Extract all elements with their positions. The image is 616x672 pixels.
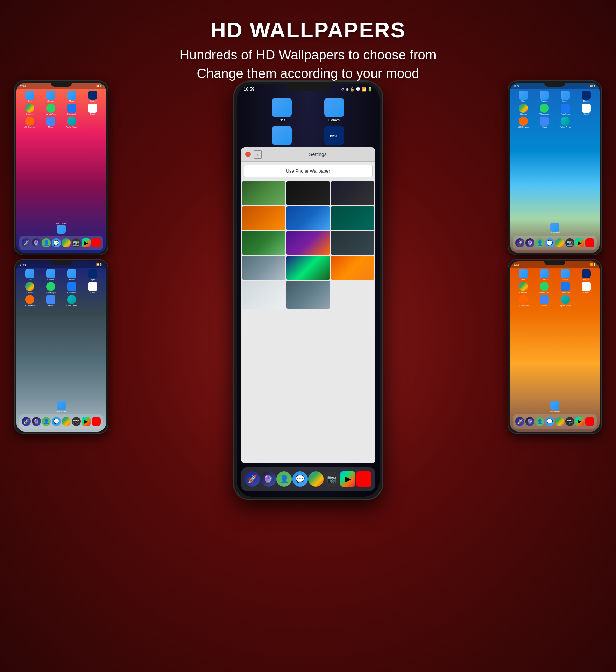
phone-dock: 🚀 🔮 👤 💬 📷 ▶ <box>513 414 597 429</box>
settings-panel: ‹ Settings Use Phone Wallpaper <box>241 147 375 463</box>
app-grid: Pics Games Music Paytm Chrome WhatsApp F… <box>16 268 106 308</box>
list-item: Facebook <box>62 282 82 294</box>
phone-notch <box>51 260 72 265</box>
app-grid: Pics Games Music Paytm Chrome WhatsApp F… <box>510 268 600 308</box>
dock-moji-icon[interactable]: 💬 <box>292 471 308 487</box>
folder-icon <box>272 126 292 145</box>
dock-contacts-icon[interactable]: 👤 <box>276 471 292 487</box>
list-item: Facebook <box>62 104 82 115</box>
dock-icon: 🔮 <box>32 238 41 247</box>
list-item <box>83 117 102 128</box>
phone-screen: 17:04 📶🔋 Pics Games Music Paytm Chrome W… <box>16 83 106 253</box>
wallpaper-thumbnail[interactable] <box>331 231 374 255</box>
list-item: Paytm <box>83 269 102 281</box>
dock-icon <box>92 238 101 247</box>
dock-icon: 💬 <box>52 417 61 426</box>
list-item: Games <box>534 269 554 281</box>
list-item: Maps <box>534 117 554 128</box>
list-item: Music <box>62 269 82 281</box>
list-item: Gmail <box>576 282 596 294</box>
wallpaper-thumbnail[interactable] <box>331 256 374 280</box>
wallpaper-thumbnail[interactable] <box>242 206 285 230</box>
bot-left-phone: 17:01 📶🔋 Pics Games Music Paytm Chrome W… <box>14 259 108 434</box>
dock-icon: 🚀 <box>22 238 31 247</box>
dock-icon <box>92 417 101 426</box>
list-item: UC Browser <box>20 117 40 128</box>
wallpaper-thumbnail[interactable] <box>286 256 330 280</box>
list-item: Paytm <box>576 269 596 281</box>
page-title: HD WALLPAPERS <box>0 18 616 42</box>
top-right-phone: 17:06 📶🔋 Pics Games Music Paytm Chrome W… <box>508 80 602 255</box>
dock-youtube-icon[interactable] <box>356 471 371 487</box>
list-item: Games <box>310 98 359 122</box>
dock-icon: 👤 <box>42 238 51 247</box>
dock-icon <box>555 238 564 247</box>
status-icons: 📶🔋 <box>96 263 102 266</box>
center-phone: 16:59 ⟳ ⊕ 🔒 💬 📶 🔋 <box>233 80 383 500</box>
dock-icon: 👤 <box>42 417 51 426</box>
dock-icon: ▶ <box>82 417 91 426</box>
dock-icon <box>62 238 71 247</box>
dock-icon: 📷 <box>565 238 574 247</box>
dock-playstore-icon[interactable]: ▶ <box>340 471 355 487</box>
close-button[interactable] <box>245 152 251 157</box>
phone-dock: 🚀 🔮 👤 💬 📷 ▶ <box>19 236 103 250</box>
dock-icon: 🔮 <box>32 417 41 426</box>
phones-container: 17:04 📶🔋 Pics Games Music Paytm Chrome W… <box>0 80 616 672</box>
dock-rocket-icon[interactable]: 🚀 <box>245 471 260 487</box>
center-phone-screen: 16:59 ⟳ ⊕ 🔒 💬 📶 🔋 <box>237 84 380 497</box>
list-item: Facebook <box>555 104 575 115</box>
dock-icon <box>62 417 71 426</box>
wallpaper-thumbnail[interactable] <box>331 181 374 205</box>
dock-icon <box>555 417 564 426</box>
wallpaper-thumbnail[interactable] <box>242 181 285 205</box>
list-item: UC Browser <box>514 295 533 307</box>
status-icons: 📶🔋 <box>590 263 596 266</box>
list-item: WhatsApp <box>41 104 61 115</box>
folder-icon <box>272 98 292 117</box>
dock-icon: 💬 <box>545 238 554 247</box>
list-item: Maps <box>534 295 554 307</box>
list-item: Pics <box>258 98 306 122</box>
wallpaper-grid <box>241 180 375 310</box>
list-item: Maps <box>41 295 61 307</box>
list-item: Music <box>555 269 575 281</box>
list-item: UC Browser <box>514 117 533 128</box>
phone-dock: 🚀 🔮 👤 💬 📷 ▶ <box>513 236 597 250</box>
list-item: Alpha Prime <box>555 295 575 307</box>
use-wallpaper-button[interactable]: Use Phone Wallpaper <box>244 164 373 177</box>
list-item: WhatsApp <box>534 104 554 115</box>
wallpaper-thumbnail[interactable] <box>286 231 330 255</box>
status-time: 17:01 <box>20 264 26 266</box>
wallpaper-thumbnail[interactable] <box>242 256 285 280</box>
list-item: WhatsApp <box>41 282 61 294</box>
dock-siri-icon[interactable]: 🔮 <box>261 471 276 487</box>
paytm-icon: paytm <box>324 126 344 145</box>
phone-screen: 17:06 📶🔋 Pics Games Music Paytm Chrome W… <box>510 83 600 253</box>
phone-screen: 17:01 📶🔋 Pics Games Music Paytm Chrome W… <box>16 261 106 432</box>
list-item: Gmail <box>83 282 102 294</box>
wallpaper-thumbnail[interactable] <box>286 281 330 309</box>
dock-chrome-icon[interactable] <box>308 471 324 487</box>
wallpaper-thumbnail[interactable] <box>242 281 285 309</box>
dock-icon: 💬 <box>545 417 554 426</box>
list-item: Alpha Prime <box>62 117 82 128</box>
phone-notch <box>544 260 565 265</box>
dock-icon: 👤 <box>535 417 544 426</box>
list-item: Chrome <box>20 104 40 115</box>
dock-icon: 💬 <box>52 238 61 247</box>
wallpaper-thumbnail[interactable] <box>242 231 285 255</box>
wallpaper-thumbnail[interactable] <box>286 206 330 230</box>
dock-camera-icon[interactable]: 📷 <box>324 471 340 487</box>
list-item: Chrome <box>20 282 40 294</box>
list-item: Chrome <box>514 104 533 115</box>
back-button[interactable]: ‹ <box>254 150 262 159</box>
wallpaper-thumbnail[interactable] <box>331 206 374 230</box>
list-item: Alpha Prime <box>62 295 82 307</box>
dock-icon: 🚀 <box>515 238 524 247</box>
wallpaper-thumbnail[interactable] <box>286 181 330 205</box>
list-item: Pics <box>514 269 533 281</box>
list-item: WhatsApp <box>534 282 554 294</box>
list-item: UC Browser <box>20 295 40 307</box>
dock-icon: 👤 <box>535 238 544 247</box>
